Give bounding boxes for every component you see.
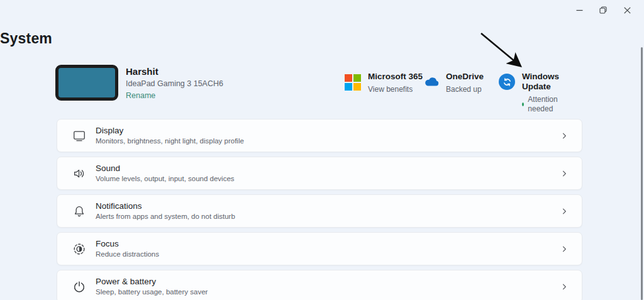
power-icon (72, 279, 87, 294)
settings-card-power-battery[interactable]: Power & battery Sleep, battery usage, ba… (57, 270, 582, 300)
focus-icon (72, 242, 87, 257)
rename-link[interactable]: Rename (126, 92, 223, 100)
microsoft-logo-icon (345, 74, 362, 91)
minimize-icon (576, 7, 583, 14)
onedrive-cloud-icon (423, 74, 440, 91)
tile-text: OneDrive Backed up (446, 72, 484, 94)
tile-subtitle: Attention needed (522, 95, 559, 113)
profile-device-model: IdeaPad Gaming 3 15ACH6 (126, 80, 223, 88)
card-subtitle: Monitors, brightness, night light, displ… (96, 138, 244, 145)
card-subtitle: Volume levels, output, input, sound devi… (96, 175, 235, 183)
card-text: Power & battery Sleep, battery usage, ba… (96, 277, 208, 296)
card-text: Notifications Alerts from apps and syste… (96, 202, 235, 221)
tile-text: Windows Update Attention needed (522, 72, 559, 113)
settings-card-sound[interactable]: Sound Volume levels, output, input, soun… (57, 157, 582, 190)
tile-subtitle: View benefits (368, 85, 423, 94)
card-title: Focus (96, 240, 159, 248)
windows-update-icon (499, 74, 516, 91)
window-controls (567, 0, 639, 20)
chevron-right-icon (560, 207, 569, 216)
settings-card-display[interactable]: Display Monitors, brightness, night ligh… (57, 119, 582, 152)
card-title: Power & battery (96, 277, 208, 286)
card-text: Focus Reduce distractions (96, 240, 159, 258)
tile-subtitle: Backed up (446, 85, 484, 94)
minimize-button[interactable] (567, 1, 591, 19)
close-icon (624, 7, 631, 14)
tile-subtitle-text: Attention needed (528, 95, 559, 113)
profile-name: Harshit (126, 67, 223, 76)
tile-onedrive[interactable]: OneDrive Backed up (423, 72, 484, 94)
card-subtitle: Reduce distractions (96, 251, 159, 258)
chevron-right-icon (560, 131, 569, 140)
tile-title: Microsoft 365 (368, 72, 423, 82)
profile-info: Harshit IdeaPad Gaming 3 15ACH6 Rename (126, 67, 223, 99)
tile-title: OneDrive (446, 72, 484, 82)
profile-header: Harshit IdeaPad Gaming 3 15ACH6 Rename M… (0, 64, 527, 102)
card-subtitle: Alerts from apps and system, do not dist… (96, 213, 235, 221)
settings-card-notifications[interactable]: Notifications Alerts from apps and syste… (57, 194, 582, 228)
card-subtitle: Sleep, battery usage, battery saver (96, 289, 208, 296)
tile-windows-update[interactable]: Windows Update Attention needed (499, 72, 559, 113)
tile-text: Microsoft 365 View benefits (368, 72, 423, 94)
close-button[interactable] (615, 1, 639, 19)
card-title: Notifications (96, 202, 235, 211)
card-text: Sound Volume levels, output, input, soun… (96, 164, 235, 183)
display-icon (72, 128, 87, 143)
scrollbar-thumb[interactable] (641, 47, 643, 300)
chevron-right-icon (560, 169, 569, 178)
attention-status-dot (522, 103, 524, 106)
card-title: Sound (96, 164, 235, 173)
chevron-right-icon (560, 245, 569, 253)
page-title: System (0, 30, 52, 47)
card-title: Display (96, 126, 244, 135)
notifications-icon (72, 204, 87, 219)
sound-icon (72, 166, 87, 181)
tile-title: Windows Update (522, 72, 559, 92)
settings-card-focus[interactable]: Focus Reduce distractions (57, 232, 582, 265)
chevron-right-icon (560, 282, 569, 291)
device-thumbnail (55, 65, 118, 101)
restore-button[interactable] (591, 1, 615, 19)
scrollbar-track (641, 47, 643, 300)
tile-microsoft-365[interactable]: Microsoft 365 View benefits (345, 72, 423, 94)
card-text: Display Monitors, brightness, night ligh… (96, 126, 244, 145)
restore-icon (599, 6, 607, 14)
titlebar (0, 0, 644, 20)
